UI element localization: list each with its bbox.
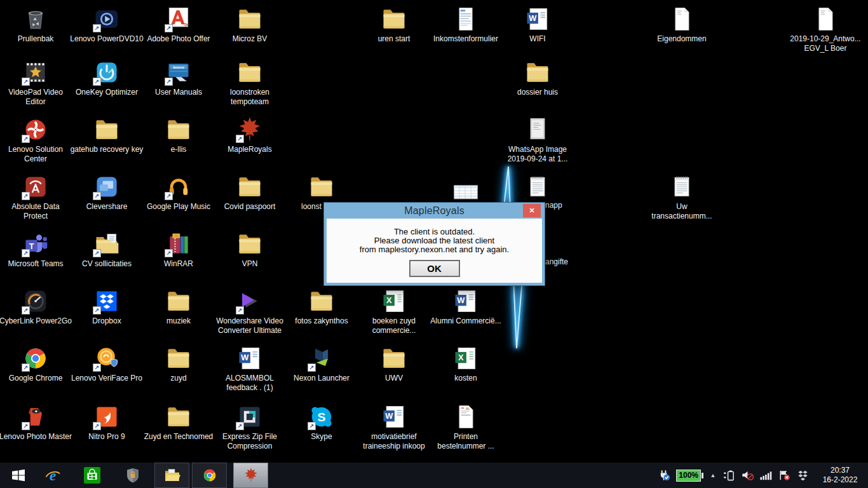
- desktop-icon-label: Alumni Commercië...: [430, 316, 501, 326]
- desktop-icon-uw-transactienumm[interactable]: Uw transactienumm...: [645, 173, 719, 221]
- desktop-icon-lenovo-solution-center[interactable]: ↗Lenovo Solution Center: [0, 116, 72, 164]
- partial-label-angifte: angifte: [545, 257, 568, 267]
- dialog-title: MapleRoyals: [327, 203, 542, 219]
- desktop-icon-fotos-zakynthos[interactable]: fotos zakynthos: [285, 287, 358, 326]
- desktop-icon-motivatiebrief-traineeship-inkoop[interactable]: Wmotivatiebrief traineeship inkoop: [357, 403, 431, 451]
- shortcut-arrow-icon: ↗: [93, 363, 101, 372]
- explorer-icon: [164, 467, 180, 484]
- desktop-icon-label: Clevershare: [86, 202, 128, 212]
- desktop-icon-loonstroken-tempoteam[interactable]: loonstroken tempoteam: [213, 58, 287, 107]
- desktop-icon-wondershare-video-converter-ultimate[interactable]: ↗Wondershare Video Converter Ultimate: [213, 287, 287, 336]
- desktop-icon-google-play-music[interactable]: ↗Google Play Music: [142, 173, 215, 212]
- shortcut-arrow-icon: ↗: [22, 422, 30, 430]
- desktop-icon-uren-start[interactable]: uren start: [357, 5, 431, 44]
- desktop-icon-google-chrome[interactable]: ↗Google Chrome: [0, 344, 72, 383]
- desktop-icon-vpn[interactable]: VPN: [213, 230, 287, 269]
- desktop-icon-express-zip-file-compression[interactable]: ↗Express Zip File Compression: [213, 403, 287, 451]
- desktop-icon-dropbox[interactable]: ↗Dropbox: [70, 287, 144, 326]
- desktop-icon-eigendommen[interactable]: Eigendommen: [645, 5, 719, 44]
- winrar-icon: ↗: [165, 230, 193, 258]
- desktop-icon-lenovo-veriface-pro[interactable]: ↗Lenovo VeriFace Pro: [70, 344, 144, 383]
- ok-button[interactable]: OK: [409, 260, 460, 277]
- desktop-icon-alosmmbol-feedback-1[interactable]: WALOSMMBOL feedback . (1): [213, 344, 287, 393]
- desktop-icon-label: Covid paspoort: [224, 202, 276, 212]
- close-icon[interactable]: ✕: [523, 204, 541, 217]
- power-plug-check-icon[interactable]: [658, 469, 671, 482]
- play-music-icon: ↗: [165, 173, 193, 201]
- folder-icon: [236, 230, 264, 258]
- network-signal-icon[interactable]: [759, 469, 773, 482]
- desktop-icon-inkomstenformulier[interactable]: Inkomstenformulier: [429, 5, 503, 44]
- taskbar-clock[interactable]: 20:37 16-2-2022: [816, 466, 864, 485]
- adobe-icon: be↗: [165, 5, 193, 33]
- desktop-icon-mapleroyals[interactable]: ↗MapleRoyals: [213, 116, 287, 154]
- desktop-icon-alumni-commerci[interactable]: WAlumni Commercië...: [429, 287, 503, 326]
- desktop-icon-whatsapp-image-2019-09-24-at-1[interactable]: WhatsApp Image 2019-09-24 at 1...: [501, 116, 574, 164]
- word-doc-icon: W: [524, 5, 552, 33]
- hidden-icons-arrow[interactable]: ▲: [709, 472, 717, 478]
- desktop-icon-absolute-data-protect[interactable]: ↗Absolute Data Protect: [0, 173, 72, 221]
- volume-muted-icon[interactable]: [741, 469, 754, 482]
- desktop-icon-nexon-launcher[interactable]: ↗Nexon Launcher: [285, 344, 358, 383]
- desktop-icon-label: Absolute Data Protect: [0, 202, 72, 221]
- skype-icon: S↗: [308, 403, 336, 431]
- desktop-icon-lenovo-photo-master[interactable]: ↗Lenovo Photo Master: [0, 403, 72, 442]
- desktop-icon-winrar[interactable]: ↗WinRAR: [142, 230, 215, 269]
- power2go-icon: ↗: [22, 287, 50, 315]
- internet-explorer-button[interactable]: e: [39, 463, 67, 488]
- desktop-icon-zuyd[interactable]: zuyd: [142, 344, 215, 383]
- solution-center-icon: ↗: [22, 116, 50, 144]
- shortcut-arrow-icon: ↗: [93, 78, 101, 86]
- desktop-icon-microsoft-teams[interactable]: T↗Microsoft Teams: [0, 230, 72, 269]
- desktop-icon-label: Microsoft Teams: [8, 259, 63, 269]
- file-explorer-button[interactable]: [154, 463, 189, 488]
- maple-icon: ↗: [236, 116, 264, 144]
- dropbox-tray-icon[interactable]: [796, 469, 810, 482]
- desktop-icon-user-manuals[interactable]: lenovo↗User Manuals: [142, 58, 215, 97]
- desktop-icon-adobe-photo-offer[interactable]: be↗Adobe Photo Offer: [142, 5, 215, 44]
- shortcut-arrow-icon: ↗: [93, 422, 101, 430]
- desktop-icon-muziek[interactable]: muziek: [142, 287, 215, 326]
- desktop-icon-label: loonst: [301, 202, 322, 212]
- desktop-icon-kosten[interactable]: Xkosten: [429, 344, 503, 383]
- folder-doc-icon: ↗: [93, 230, 121, 258]
- desktop-icon-onekey-optimizer[interactable]: ↗OneKey Optimizer: [70, 58, 144, 97]
- desktop-icon-covid-paspoort[interactable]: Covid paspoort: [213, 173, 287, 212]
- action-center-flag-icon[interactable]: [778, 469, 791, 482]
- desktop-icon-uwv[interactable]: UWV: [357, 344, 431, 383]
- desktop-icon-cv-sollicitaties[interactable]: ↗CV sollicitaties: [70, 230, 144, 269]
- shortcut-arrow-icon: ↗: [93, 24, 101, 32]
- desktop-icon-printen-bestelnummer[interactable]: Printen bestelnummer ...: [429, 403, 503, 451]
- desktop-icon-videopad-video-editor[interactable]: ↗VideoPad Video Editor: [0, 58, 72, 107]
- desktop-icon-clevershare[interactable]: ↗Clevershare: [70, 173, 144, 212]
- desktop-icon-lenovo-powerdvd10[interactable]: ↗Lenovo PowerDVD10: [70, 5, 144, 44]
- windows-store-button[interactable]: [78, 463, 106, 488]
- desktop-icon-gatehub-recovery-key[interactable]: gatehub recovery key: [70, 116, 144, 154]
- desktop-icon-boeken-zuyd-commercie[interactable]: Xboeken zuyd commercie...: [357, 287, 431, 336]
- start-button[interactable]: [4, 463, 32, 488]
- folder-icon: [165, 403, 193, 431]
- desktop-icon-zuyd-en-technomed[interactable]: Zuyd en Technomed: [142, 403, 215, 442]
- desktop-icon-label: Eigendommen: [657, 34, 706, 44]
- desktop-icon-prullenbak[interactable]: Prullenbak: [0, 5, 72, 44]
- folder-icon: [308, 173, 336, 201]
- desktop-icon-notepad-icon[interactable]: [501, 173, 574, 201]
- desktop-icon-wifi[interactable]: WWIFI: [501, 5, 574, 44]
- security-shield-button[interactable]: [119, 463, 147, 488]
- desktop-icon-microz-bv[interactable]: Microz BV: [213, 5, 287, 44]
- desktop-icon-cyberlink-power2go[interactable]: ↗CyberLink Power2Go: [0, 287, 72, 326]
- desktop-icon-dossier-huis[interactable]: dossier huis: [501, 58, 574, 97]
- folder-icon: [524, 58, 552, 86]
- desktop-icon-label: Inkomstenformulier: [433, 34, 498, 44]
- desktop-icon-e-llis[interactable]: e-llis: [142, 116, 215, 154]
- desktop-icon-label: uren start: [378, 34, 410, 44]
- mapleroyals-dialog: MapleRoyals ✕ The client is outdated. Pl…: [323, 202, 545, 286]
- desktop-icon-nitro-pro-9[interactable]: ↗Nitro Pro 9: [70, 403, 144, 442]
- battery-meter-icon[interactable]: [722, 469, 736, 482]
- desktop-icon-skype[interactable]: S↗Skype: [285, 403, 358, 442]
- chrome-button[interactable]: [192, 463, 227, 488]
- folder-icon: [380, 344, 408, 372]
- mapleroyals-button[interactable]: [233, 463, 268, 488]
- desktop-icon-2019-10-29-antwo-egv-l-boer[interactable]: 2019-10-29_Antwo... EGV_L Boer: [789, 5, 862, 53]
- battery-level-indicator[interactable]: 100%: [676, 470, 703, 482]
